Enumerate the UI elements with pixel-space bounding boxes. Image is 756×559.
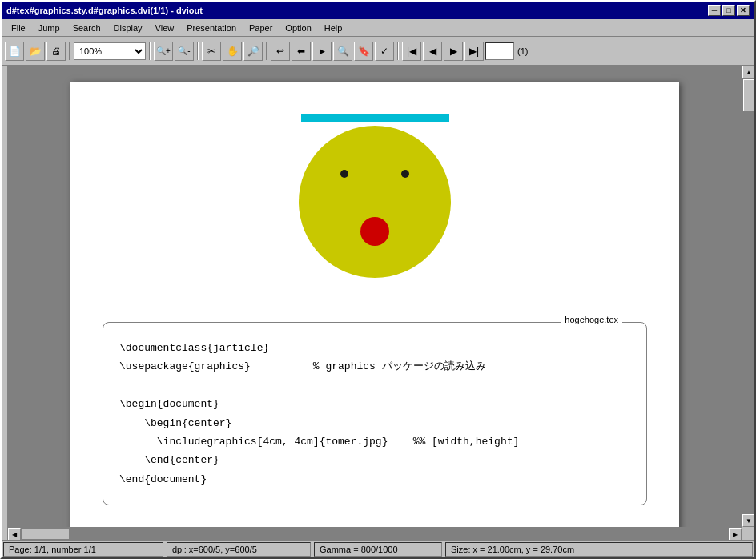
face-nose bbox=[360, 217, 389, 246]
status-dpi-text: dpi: x=600/5, y=600/5 bbox=[172, 545, 257, 554]
main-area: hogehoge.tex \documentclass{jarticle} \u… bbox=[2, 66, 754, 540]
toolbar-forward-button[interactable]: ▶ bbox=[312, 42, 332, 61]
menu-presentation[interactable]: Presentation bbox=[180, 22, 243, 34]
toolbar: 📄 📂 🖨 100% 🔍+ 🔍- ✂ ✋ 🔎 ↩ ⬅ ▶ 🔍 🔖 ✓ |◀ ◀ … bbox=[2, 37, 754, 66]
menu-view[interactable]: View bbox=[149, 22, 181, 34]
status-size-text: Size: x = 21.00cm, y = 29.70cm bbox=[451, 545, 574, 554]
toolbar-separator-2 bbox=[149, 42, 151, 60]
h-scroll-track[interactable] bbox=[21, 528, 729, 540]
face-eye-left bbox=[340, 170, 348, 178]
scroll-corner bbox=[742, 527, 754, 540]
code-box-label: hogehoge.tex bbox=[561, 315, 622, 324]
menu-jump[interactable]: Jump bbox=[32, 22, 66, 34]
toolbar-magnifier-button[interactable]: 🔎 bbox=[243, 42, 263, 61]
image-area bbox=[86, 98, 663, 314]
face-bar bbox=[301, 114, 449, 122]
toolbar-search-button[interactable]: 🔍 bbox=[333, 42, 352, 61]
toolbar-check-button[interactable]: ✓ bbox=[375, 42, 394, 61]
toolbar-bookmark-button[interactable]: 🔖 bbox=[354, 42, 373, 61]
status-page-text: Page: 1/1, number 1/1 bbox=[9, 545, 96, 554]
toolbar-separator-5 bbox=[397, 42, 399, 60]
main-window: d#tex#graphics.sty.d#graphics.dvi(1/1) -… bbox=[0, 0, 756, 559]
toolbar-select-button[interactable]: ✂ bbox=[202, 42, 221, 61]
v-scroll-thumb[interactable] bbox=[743, 79, 754, 111]
toolbar-open-button[interactable]: 📂 bbox=[26, 42, 45, 61]
status-gamma: Gamma = 800/1000 bbox=[314, 542, 442, 557]
menu-search[interactable]: Search bbox=[66, 22, 107, 34]
status-bar: Page: 1/1, number 1/1 dpi: x=600/5, y=60… bbox=[2, 540, 754, 557]
toolbar-zoom-dropdown[interactable]: 100% bbox=[74, 42, 146, 60]
menu-help[interactable]: Help bbox=[318, 22, 349, 34]
face-image bbox=[295, 114, 455, 290]
menu-paper[interactable]: Paper bbox=[243, 22, 279, 34]
page-number-input[interactable]: 1 bbox=[485, 42, 514, 60]
code-content: \documentclass{jarticle} \usepackage{gra… bbox=[119, 339, 630, 489]
document-page: hogehoge.tex \documentclass{jarticle} \u… bbox=[70, 82, 679, 527]
content-wrapper: hogehoge.tex \documentclass{jarticle} \u… bbox=[8, 66, 754, 540]
toolbar-print-button[interactable]: 🖨 bbox=[46, 42, 66, 61]
scroll-down-button[interactable]: ▼ bbox=[742, 514, 754, 527]
status-page: Page: 1/1, number 1/1 bbox=[3, 542, 163, 557]
minimize-button[interactable]: ─ bbox=[708, 5, 721, 16]
maximize-button[interactable]: □ bbox=[722, 5, 735, 16]
menu-display[interactable]: Display bbox=[107, 22, 149, 34]
toolbar-magnify-button[interactable]: 🔍+ bbox=[154, 42, 173, 61]
toolbar-hand-button[interactable]: ✋ bbox=[223, 42, 242, 61]
close-button[interactable]: ✕ bbox=[737, 5, 750, 16]
window-title: d#tex#graphics.sty.d#graphics.dvi(1/1) -… bbox=[6, 6, 203, 15]
code-box: hogehoge.tex \documentclass{jarticle} \u… bbox=[103, 322, 647, 505]
title-bar: d#tex#graphics.sty.d#graphics.dvi(1/1) -… bbox=[2, 2, 754, 19]
toolbar-prev-button[interactable]: ◀ bbox=[423, 42, 442, 61]
scroll-left-button[interactable]: ◀ bbox=[8, 528, 21, 540]
horizontal-scrollbar: ◀ ▶ bbox=[8, 527, 742, 540]
menu-bar: File Jump Search Display View Presentati… bbox=[2, 19, 754, 37]
toolbar-prev-page-button[interactable]: ⬅ bbox=[292, 42, 311, 61]
toolbar-rotate-button[interactable]: ↩ bbox=[271, 42, 290, 61]
toolbar-separator-1 bbox=[69, 42, 70, 60]
status-dpi: dpi: x=600/5, y=600/5 bbox=[167, 542, 311, 557]
face-circle bbox=[299, 126, 451, 278]
scroll-content: hogehoge.tex \documentclass{jarticle} \u… bbox=[8, 66, 742, 527]
toolbar-first-page-button[interactable]: |◀ bbox=[402, 42, 421, 61]
scroll-right-button[interactable]: ▶ bbox=[729, 528, 742, 540]
v-scroll-track[interactable] bbox=[742, 78, 754, 514]
toolbar-last-page-button[interactable]: ▶| bbox=[464, 42, 484, 61]
menu-option[interactable]: Option bbox=[279, 22, 317, 34]
face-eye-right bbox=[401, 170, 409, 178]
toolbar-separator-3 bbox=[197, 42, 199, 60]
toolbar-next-button[interactable]: ▶ bbox=[444, 42, 463, 61]
status-size: Size: x = 21.00cm, y = 29.70cm bbox=[445, 542, 753, 557]
toolbar-reduce-button[interactable]: 🔍- bbox=[175, 42, 194, 61]
menu-file[interactable]: File bbox=[5, 22, 32, 34]
scroll-up-button[interactable]: ▲ bbox=[742, 66, 754, 78]
status-gamma-text: Gamma = 800/1000 bbox=[320, 545, 398, 554]
toolbar-new-button[interactable]: 📄 bbox=[5, 42, 24, 61]
page-count-label: (1) bbox=[517, 46, 528, 56]
h-scroll-thumb[interactable] bbox=[22, 529, 70, 540]
window-controls: ─ □ ✕ bbox=[708, 5, 750, 16]
vertical-scrollbar: ▲ ▼ bbox=[742, 66, 754, 527]
toolbar-separator-4 bbox=[266, 42, 267, 60]
left-panel bbox=[2, 66, 8, 540]
